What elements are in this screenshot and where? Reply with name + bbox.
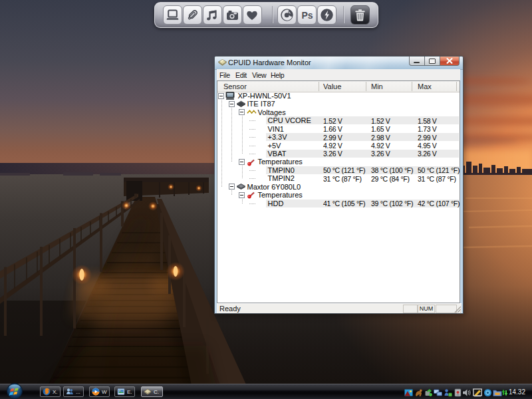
svg-text:Ps: Ps [301,10,313,21]
